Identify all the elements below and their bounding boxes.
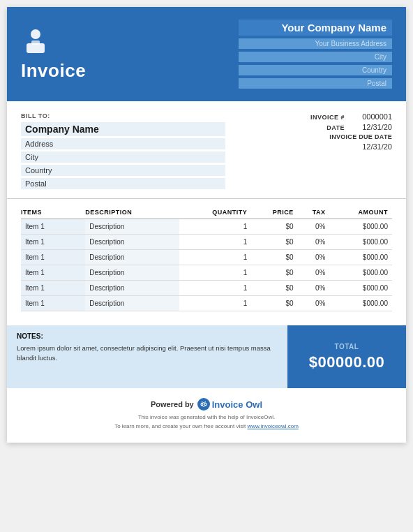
footer-line2: To learn more, and create your own free … [14,422,399,431]
item-description: Description [85,265,179,281]
brand-text: Invoice Owl [212,399,262,410]
item-quantity: 1 [179,296,251,311]
item-quantity: 1 [179,235,251,250]
item-tax: 0% [298,281,330,296]
svg-rect-1 [27,43,45,53]
item-quantity: 1 [179,281,251,296]
table-row: Item 1 Description 1 $0 0% $000.00 [21,250,392,265]
item-tax: 0% [298,235,330,250]
item-name: Item 1 [21,296,85,311]
table-row: Item 1 Description 1 $0 0% $000.00 [21,235,392,250]
invoice-page: Invoice Your Company Name Your Business … [7,7,406,443]
item-tax: 0% [298,250,330,265]
item-description: Description [85,235,179,250]
footer-link[interactable]: www.invoiceowl.com [247,423,298,429]
owl-icon [197,398,210,411]
notes-text: Lorem ipsum dolor sit amet, consectetur … [17,343,278,364]
col-quantity: QUANTITY [179,206,251,219]
invoice-number-value: 0000001 [350,112,392,121]
item-description: Description [85,281,179,296]
header-right: Your Company Name Your Business Address … [239,20,392,89]
bottom-section: NOTES: Lorem ipsum dolor sit amet, conse… [7,325,406,388]
table-row: Item 1 Description 1 $0 0% $000.00 [21,281,392,296]
billing-city: City [21,152,225,163]
item-description: Description [85,219,179,235]
table-header-row: ITEMS DESCRIPTION QUANTITY PRICE TAX AMO… [21,206,392,219]
due-date-label: INVOICE DUE DATE [329,133,392,140]
item-quantity: 1 [179,219,251,235]
items-table: ITEMS DESCRIPTION QUANTITY PRICE TAX AMO… [21,206,392,311]
table-row: Item 1 Description 1 $0 0% $000.00 [21,296,392,311]
invoice-header: Invoice Your Company Name Your Business … [7,7,406,101]
footer: Powered by Invoice Owl This invoice was … [7,388,406,443]
table-row: Item 1 Description 1 $0 0% $000.00 [21,219,392,235]
item-amount: $000.00 [329,281,392,296]
col-items: ITEMS [21,206,85,219]
col-tax: TAX [298,206,330,219]
invoice-number-row: INVOICE # 0000001 [243,112,392,121]
item-tax: 0% [298,265,330,281]
footer-line1: This invoice was generated with the help… [14,413,399,422]
item-name: Item 1 [21,281,85,296]
item-tax: 0% [298,296,330,311]
svg-point-7 [204,404,206,405]
total-label: TOTAL [335,343,359,350]
powered-by-row: Powered by Invoice Owl [14,398,399,411]
svg-point-0 [31,29,40,39]
billing-company: Company Name [21,122,225,136]
item-amount: $000.00 [329,265,392,281]
item-description: Description [85,296,179,311]
business-address-field: Your Business Address [239,38,392,49]
date-value: 12/31/20 [350,123,392,131]
due-date-row: INVOICE DUE DATE [243,133,392,140]
due-date-value: 12/31/20 [350,142,392,151]
item-name: Item 1 [21,219,85,235]
item-price: $0 [251,281,297,296]
item-price: $0 [251,265,297,281]
billing-country: Country [21,165,225,176]
item-quantity: 1 [179,265,251,281]
billing-section: BILL TO: Company Name Address City Count… [7,101,406,199]
company-icon [21,27,50,56]
city-field: City [239,52,392,62]
item-tax: 0% [298,219,330,235]
date-label: DATE [326,124,345,131]
postal-field: Postal [239,78,392,89]
col-amount: AMOUNT [329,206,392,219]
svg-point-3 [197,398,210,411]
item-amount: $000.00 [329,250,392,265]
total-amount: $00000.00 [309,353,385,371]
invoice-number-label: INVOICE # [310,114,345,121]
item-price: $0 [251,296,297,311]
item-price: $0 [251,235,297,250]
item-name: Item 1 [21,235,85,250]
total-block: TOTAL $00000.00 [287,325,406,388]
table-row: Item 1 Description 1 $0 0% $000.00 [21,265,392,281]
item-name: Item 1 [21,250,85,265]
billing-postal: Postal [21,178,225,189]
notes-title: NOTES: [17,332,278,340]
item-price: $0 [251,219,297,235]
date-row: DATE 12/31/20 [243,123,392,131]
company-name: Your Company Name [239,20,392,36]
col-description: DESCRIPTION [85,206,179,219]
item-name: Item 1 [21,265,85,281]
svg-point-6 [201,404,202,405]
col-price: PRICE [251,206,297,219]
bill-to-label: BILL TO: [21,112,225,119]
item-amount: $000.00 [329,219,392,235]
items-section: ITEMS DESCRIPTION QUANTITY PRICE TAX AMO… [7,199,406,318]
billing-address: Address [21,138,225,149]
item-amount: $000.00 [329,296,392,311]
powered-by-text: Powered by [151,400,194,408]
owl-logo: Invoice Owl [197,398,262,411]
header-left: Invoice [21,27,86,82]
svg-rect-2 [31,40,40,45]
item-price: $0 [251,250,297,265]
invoice-title: Invoice [21,60,86,82]
bill-to-block: BILL TO: Company Name Address City Count… [21,112,225,191]
country-field: Country [239,65,392,75]
item-description: Description [85,250,179,265]
item-amount: $000.00 [329,235,392,250]
notes-block: NOTES: Lorem ipsum dolor sit amet, conse… [7,325,287,388]
